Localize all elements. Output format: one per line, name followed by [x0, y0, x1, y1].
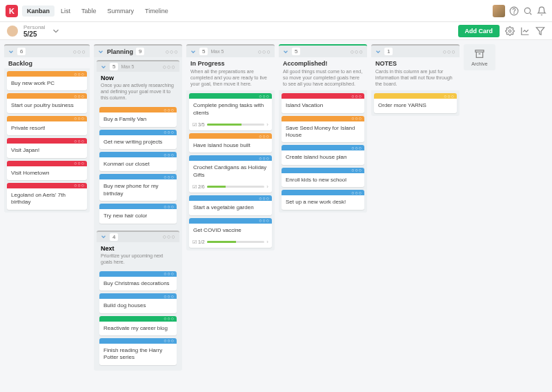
column-header[interactable]: 6 ○○○	[4, 44, 90, 57]
more-icon[interactable]: ○○○	[258, 48, 271, 55]
more-icon[interactable]: ○○○	[166, 48, 179, 55]
card-title: Finish reading the Harry Potter series	[99, 344, 177, 365]
card-more-icon[interactable]: ○○○	[74, 72, 85, 77]
column-desc: When all the preparations are completed …	[186, 68, 275, 90]
card[interactable]: ○○○Get COVID vaccine☑ 1/2›	[189, 218, 272, 248]
card[interactable]: ○○○Create island house plan	[282, 145, 364, 164]
card[interactable]: ○○○Buy new phone for my birthday	[99, 174, 177, 201]
card-title: Create island house plan	[282, 150, 364, 164]
help-icon[interactable]	[509, 6, 519, 16]
card[interactable]: ○○○Private resort!	[7, 116, 87, 135]
tab-table[interactable]: Table	[77, 6, 101, 17]
card[interactable]: ○○○Set up a new work desk!	[282, 190, 364, 209]
card-more-icon[interactable]: ○○○	[259, 156, 270, 161]
tab-kanban[interactable]: Kanban	[22, 6, 55, 17]
card[interactable]: ○○○Crochet Cardigans as Holiday Gifts☑ 2…	[189, 155, 272, 193]
card-more-icon[interactable]: ○○○	[164, 271, 175, 276]
card-more-icon[interactable]: ○○○	[259, 196, 270, 201]
card[interactable]: ○○○Enroll kids to new school	[282, 168, 364, 187]
more-icon[interactable]: ○○○	[443, 48, 456, 55]
card-more-icon[interactable]: ○○○	[351, 94, 362, 99]
card[interactable]: ○○○Order more YARNS	[374, 93, 457, 112]
board-selector[interactable]: Personal 5/25	[23, 24, 46, 38]
filter-icon[interactable]	[535, 26, 545, 36]
search-icon[interactable]	[523, 6, 533, 16]
more-icon[interactable]: ○○○	[351, 48, 364, 55]
gear-icon[interactable]	[505, 26, 515, 36]
more-icon[interactable]: ○○○	[163, 63, 176, 70]
chevron-down-icon	[375, 48, 382, 55]
card[interactable]: ○○○Try new hair color	[99, 204, 177, 223]
tab-list[interactable]: List	[56, 6, 75, 17]
card[interactable]: ○○○Finish reading the Harry Potter serie…	[99, 338, 177, 365]
card-more-icon[interactable]: ○○○	[351, 146, 362, 150]
card-more-icon[interactable]: ○○○	[259, 134, 270, 139]
archive-panel[interactable]: Archive	[464, 44, 495, 70]
avatar[interactable]	[493, 5, 505, 17]
card-title: Start a vegetable garden	[189, 201, 272, 215]
card-more-icon[interactable]: ○○○	[164, 130, 175, 135]
card[interactable]: ○○○Buy new work PC	[7, 71, 87, 90]
column-header[interactable]: 1 ○○○	[371, 44, 460, 57]
column-header[interactable]: 5 Max 5 ○○○	[186, 44, 275, 57]
card[interactable]: ○○○Visit Japan!	[7, 138, 87, 157]
column-header[interactable]: 5 Max 5 ○○○	[97, 60, 179, 72]
card-more-icon[interactable]: ○○○	[164, 108, 175, 112]
column-header[interactable]: 4 ○○○	[97, 231, 179, 242]
more-icon[interactable]: ○○○	[163, 233, 176, 240]
bell-icon[interactable]	[537, 6, 546, 16]
card-more-icon[interactable]: ○○○	[74, 116, 85, 121]
card-title: Reactivate my career blog	[99, 322, 177, 335]
card[interactable]: ○○○Have island house built	[189, 133, 272, 153]
progress-bar	[207, 186, 265, 188]
card-more-icon[interactable]: ○○○	[164, 338, 175, 343]
card-more-icon[interactable]: ○○○	[164, 153, 175, 157]
card-more-icon[interactable]: ○○○	[351, 168, 362, 173]
progress-bar	[207, 124, 265, 126]
card-more-icon[interactable]: ○○○	[74, 161, 85, 166]
card-more-icon[interactable]: ○○○	[74, 94, 85, 99]
card[interactable]: ○○○Island Vacation	[282, 93, 364, 112]
card-more-icon[interactable]: ○○○	[259, 218, 270, 223]
board: 6 ○○○ Backlog ○○○Buy new work PC○○○Start…	[0, 40, 552, 392]
card-more-icon[interactable]: ○○○	[164, 204, 175, 209]
card-more-icon[interactable]: ○○○	[74, 139, 85, 144]
tab-timeline[interactable]: Timeline	[140, 6, 173, 17]
card[interactable]: ○○○Save Seed Money for Island House	[282, 116, 364, 143]
card[interactable]: ○○○Complete pending tasks with clients☑ …	[189, 93, 272, 130]
more-icon[interactable]: ○○○	[73, 48, 86, 55]
card[interactable]: ○○○Buy Christmas decorations	[99, 271, 177, 291]
card[interactable]: ○○○Legoland on Aeris' 7th birthday	[7, 183, 87, 210]
card-more-icon[interactable]: ○○○	[259, 94, 270, 99]
card[interactable]: ○○○Get new writing projects	[99, 130, 177, 149]
column-title: Now	[97, 72, 179, 82]
chevron-right-icon[interactable]: ›	[266, 184, 268, 190]
column-header[interactable]: 5 ○○○	[279, 44, 367, 57]
card[interactable]: ○○○Buy a Family Van	[99, 107, 177, 126]
card-more-icon[interactable]: ○○○	[444, 94, 455, 99]
group-header[interactable]: Planning 9 ○○○	[94, 44, 182, 57]
card-more-icon[interactable]: ○○○	[164, 316, 175, 321]
column-title: Next	[97, 242, 179, 253]
card[interactable]: ○○○Build dog houses	[99, 293, 177, 313]
chevron-right-icon[interactable]: ›	[266, 239, 268, 245]
card-more-icon[interactable]: ○○○	[74, 183, 85, 188]
add-card-button[interactable]: Add Card	[458, 25, 500, 37]
card[interactable]: ○○○Start a vegetable garden	[189, 195, 272, 215]
card-more-icon[interactable]: ○○○	[351, 116, 362, 121]
column-count: 1	[384, 48, 393, 55]
card[interactable]: ○○○Konmari our closet	[99, 152, 177, 171]
app-logo[interactable]: K	[6, 5, 18, 17]
card-more-icon[interactable]: ○○○	[351, 190, 362, 195]
chevron-down-icon[interactable]	[51, 26, 61, 36]
card-more-icon[interactable]: ○○○	[164, 294, 175, 299]
chart-icon[interactable]	[520, 26, 530, 36]
card-more-icon[interactable]: ○○○	[164, 175, 175, 179]
card[interactable]: ○○○Start our poultry business	[7, 93, 87, 112]
chevron-down-icon	[100, 63, 107, 70]
tab-summary[interactable]: Summary	[103, 6, 139, 17]
card[interactable]: ○○○Visit Hometown	[7, 161, 87, 180]
card[interactable]: ○○○Reactivate my career blog	[99, 316, 177, 335]
chevron-right-icon[interactable]: ›	[266, 121, 268, 128]
board-avatar[interactable]	[7, 26, 18, 37]
